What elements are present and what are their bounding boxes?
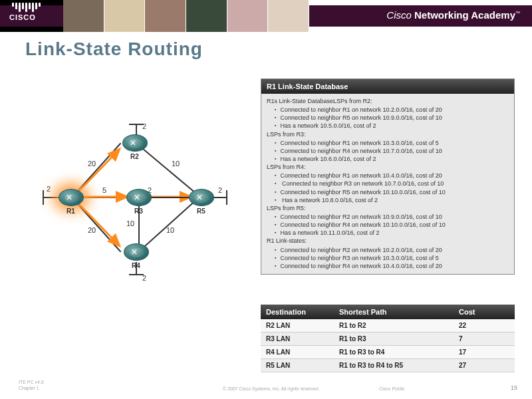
academy-label: Cisco Networking Academy™ [386,9,520,21]
header-band: CISCO Cisco Networking Academy™ [0,0,532,32]
lsp-group-head: LSPs from R4: [267,163,511,171]
cell-cost: 7 [454,332,515,346]
lsp-item: Has a network 10.8.0.0/16, cost of 2 [275,196,511,204]
logo-text: CISCO [9,13,43,21]
lsp-list: Connected to neighbor R1 on network 10.2… [267,106,511,130]
panel-title: R1 Link-State Database [261,79,514,94]
router-r2 [122,134,148,152]
cost-r4-r5: 10 [166,226,174,234]
router-label-r3: R3 [134,207,143,215]
cell-cost: 22 [454,319,515,332]
lsp-item: Has a network 10.11.0.0/16, cost of 2 [275,229,511,237]
router-r3 [126,189,152,206]
cost-r1-r3: 5 [102,186,106,194]
cost-r1-r4: 20 [88,226,96,234]
lsp-item: Connected to neighbor R4 on network 10.4… [275,262,511,270]
panel-body: R1s Link-State DatabaseLSPs from R2: Con… [261,94,514,274]
cell-cost: 27 [454,359,515,372]
shortest-path-table: Destination Shortest Path Cost R2 LANR1 … [261,305,515,372]
cost-r1-r2: 20 [88,160,96,168]
svg-line-3 [77,202,120,246]
lsp-item: Connected to neighbor R4 on network 10.1… [275,221,511,229]
table-row: R4 LANR1 to R3 to R417 [261,346,515,359]
cost-r2-r5: 10 [172,160,180,168]
topology-diagram: 20 5 20 10 10 10 2 2 2 2 2 R1 R2 R3 R4 R… [48,120,237,293]
lsp-item: Connected to neighbor R3 on network 10.7… [275,180,511,188]
lsp-item: Connected to neighbor R5 on network 10.9… [275,114,511,122]
th-dest: Destination [261,305,334,319]
footer-copyright: © 2007 Cisco Systems, Inc. All rights re… [223,386,320,391]
router-r1 [59,189,84,206]
lsp-item: Has a network 10.6.0.0/16, cost of 2 [275,155,511,163]
router-r4 [124,243,149,261]
cell-path: R1 to R3 [334,332,454,346]
page-title: Link-State Routing [25,39,203,60]
lsp-item: Connected to neighbor R1 on network 10.3… [275,139,511,147]
table-row: R2 LANR1 to R222 [261,319,515,332]
router-label-r4: R4 [132,262,140,269]
panel-intro: R1s Link-State DatabaseLSPs from R2: [267,97,511,105]
slide-number: 15 [511,384,517,391]
cell-path: R1 to R2 [334,319,454,332]
table-row: R5 LANR1 to R3 to R4 to R527 [261,359,515,372]
router-label-r2: R2 [130,153,139,160]
svg-line-0 [77,149,120,193]
footer-left: ITE PC v4.0Chapter 1 [19,380,44,391]
lsp-group-head: LSPs from R3: [267,130,511,138]
cell-cost: 17 [454,346,515,359]
lsp-item: Connected to neighbor R3 on network 10.3… [275,254,511,262]
lsp-item: Connected to neighbor R2 on network 10.9… [275,213,511,221]
stub-r2: 2 [142,122,146,130]
cell-path: R1 to R3 to R4 [334,346,454,359]
lsp-group-head: LSPs from R5: [267,204,511,212]
stub-r5: 2 [218,186,222,194]
cisco-logo: CISCO [9,3,43,29]
stub-r4: 2 [142,274,146,282]
footer-public: Cisco Public [379,386,405,391]
lsp-list: Connected to neighbor R2 on network 10.9… [267,213,511,237]
lsp-group-head: R1 Link-states: [267,237,511,245]
router-label-r5: R5 [197,207,205,215]
cell-path: R1 to R3 to R4 to R5 [334,359,454,372]
lsp-item: Connected to neighbor R2 on network 10.2… [275,246,511,254]
cell-dest: R4 LAN [261,346,334,359]
lsp-list: Connected to neighbor R1 on network 10.4… [267,172,511,204]
table-row: R3 LANR1 to R37 [261,332,515,346]
lsp-item: Connected to neighbor R5 on network 10.1… [275,188,511,196]
th-path: Shortest Path [334,305,454,319]
cost-r3-r4: 10 [126,219,134,227]
header-photos [63,0,309,32]
cell-dest: R2 LAN [261,319,334,332]
lsp-list: Connected to neighbor R2 on network 10.2… [267,246,511,270]
lsp-item: Connected to neighbor R4 on network 10.7… [275,147,511,155]
lsp-item: Has a network 10.5.0.0/16, cost of 2 [275,122,511,130]
lsdb-panel: R1 Link-State Database R1s Link-State Da… [261,78,515,275]
cell-dest: R3 LAN [261,332,334,346]
router-r5 [189,189,214,206]
router-label-r1: R1 [66,207,75,215]
stub-r1: 2 [47,185,51,193]
th-cost: Cost [454,305,515,319]
lsp-list: Connected to neighbor R1 on network 10.3… [267,139,511,163]
cell-dest: R5 LAN [261,359,334,372]
lsp-item: Connected to neighbor R1 on network 10.2… [275,106,511,114]
lsp-item: Connected to neighbor R1 on network 10.4… [275,172,511,180]
